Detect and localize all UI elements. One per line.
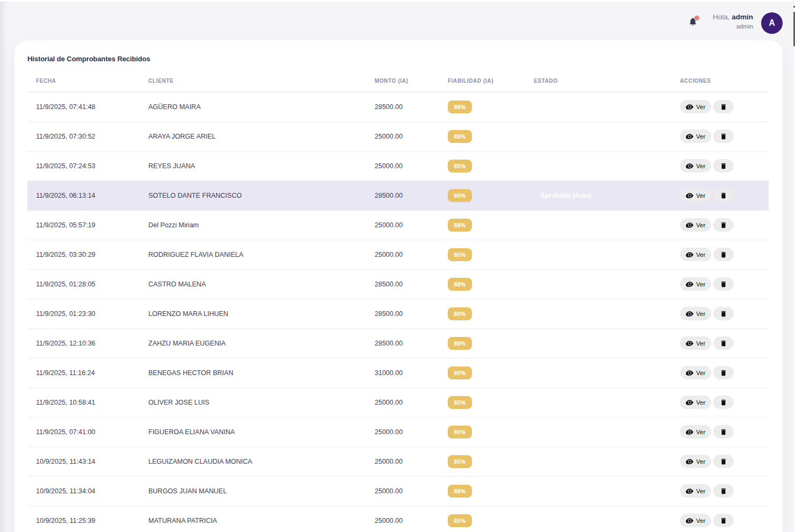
fiabilidad-badge: 85% xyxy=(448,514,472,527)
table-row[interactable]: 11/9/2025, 06:13:14 SOTELO DANTE FRANCIS… xyxy=(27,181,769,210)
ver-label: Ver xyxy=(696,488,705,494)
trash-icon xyxy=(720,192,727,199)
cell-fiabilidad: 85% xyxy=(439,240,525,269)
estado-label xyxy=(534,340,540,347)
delete-button[interactable] xyxy=(713,218,734,232)
delete-button[interactable] xyxy=(713,455,734,468)
delete-button[interactable] xyxy=(713,336,734,350)
estado-label xyxy=(534,162,540,170)
ver-label: Ver xyxy=(696,429,705,435)
cell-fecha: 10/9/2025, 11:34:04 xyxy=(27,476,140,506)
ver-button[interactable]: Ver xyxy=(680,248,711,261)
cell-cliente: REYES JUANA xyxy=(140,151,366,181)
cell-fiabilidad: 88% xyxy=(439,121,525,151)
estado-label xyxy=(534,133,540,140)
eye-icon xyxy=(686,162,693,170)
cell-fecha: 11/9/2025, 05:57:19 xyxy=(27,210,140,240)
cell-fiabilidad: 88% xyxy=(439,269,525,299)
delete-button[interactable] xyxy=(713,396,734,409)
ver-button[interactable]: Ver xyxy=(680,484,711,498)
table-row[interactable]: 11/9/2025, 07:24:53 REYES JUANA 25000.00… xyxy=(27,151,769,181)
trash-icon xyxy=(720,369,727,377)
table-row[interactable]: 11/9/2025, 11:16:24 BENEGAS HECTOR BRIAN… xyxy=(27,358,769,387)
cell-estado xyxy=(525,328,671,358)
delete-button[interactable] xyxy=(713,248,734,261)
delete-button[interactable] xyxy=(713,130,734,143)
cell-acciones: Ver xyxy=(671,506,769,532)
cell-monto: 25000.00 xyxy=(366,151,439,181)
table-row[interactable]: 11/9/2025, 10:58:41 OLIVER JOSE LUIS 250… xyxy=(27,387,769,417)
ver-button[interactable]: Ver xyxy=(680,189,711,202)
notifications-button[interactable] xyxy=(688,17,698,26)
delete-button[interactable] xyxy=(713,366,734,379)
cell-fiabilidad: 85% xyxy=(439,387,525,417)
cell-acciones: Ver xyxy=(671,151,769,181)
table-row[interactable]: 11/9/2025, 07:41:00 FIGUEROA ELIANA VANI… xyxy=(27,417,769,447)
estado-label xyxy=(534,428,540,436)
actions-group: Ver xyxy=(680,218,769,232)
fiabilidad-badge: 80% xyxy=(448,426,472,438)
delete-button[interactable] xyxy=(713,307,734,320)
estado-label: Aprobado (Auto) xyxy=(534,192,591,199)
delete-button[interactable] xyxy=(713,100,734,113)
ver-button[interactable]: Ver xyxy=(680,425,711,438)
ver-button[interactable]: Ver xyxy=(680,455,711,468)
ver-button[interactable]: Ver xyxy=(680,277,711,291)
fiabilidad-badge: 85% xyxy=(448,455,472,468)
delete-button[interactable] xyxy=(713,189,734,202)
cell-acciones: Ver xyxy=(671,417,769,447)
ver-button[interactable]: Ver xyxy=(680,218,711,232)
table-row[interactable]: 11/9/2025, 12:10:36 ZAHZU MARIA EUGENIA … xyxy=(27,328,769,358)
ver-button[interactable]: Ver xyxy=(680,307,711,320)
cell-fecha: 11/9/2025, 07:30:52 xyxy=(27,121,140,151)
eye-icon xyxy=(686,133,693,140)
left-edge-shadow xyxy=(0,2,8,532)
cell-estado xyxy=(525,240,671,269)
table-row[interactable]: 11/9/2025, 07:30:52 ARAYA JORGE ARIEL 25… xyxy=(27,121,769,151)
table-row[interactable]: 11/9/2025, 07:41:48 AGÜERO MAIRA 28500.0… xyxy=(27,92,769,121)
cell-cliente: MATURANA PATRICIA xyxy=(140,506,366,532)
ver-button[interactable]: Ver xyxy=(680,159,711,172)
cell-acciones: Ver xyxy=(671,210,769,240)
ver-button[interactable]: Ver xyxy=(680,514,711,527)
ver-button[interactable]: Ver xyxy=(680,336,711,350)
ver-label: Ver xyxy=(696,340,705,347)
actions-group: Ver xyxy=(680,455,769,468)
topbar: Hola, admin admin A xyxy=(0,2,795,45)
eye-icon xyxy=(686,517,693,524)
estado-label xyxy=(534,310,540,318)
estado-label xyxy=(534,103,540,111)
col-header-estado: ESTADO xyxy=(525,70,671,92)
ver-button[interactable]: Ver xyxy=(680,130,711,143)
eye-icon xyxy=(686,251,693,258)
fiabilidad-badge: 88% xyxy=(448,100,472,113)
ver-button[interactable]: Ver xyxy=(680,100,711,113)
delete-button[interactable] xyxy=(713,514,734,527)
cell-cliente: ARAYA JORGE ARIEL xyxy=(140,121,366,151)
fiabilidad-badge: 88% xyxy=(448,278,472,291)
trash-icon xyxy=(720,487,727,495)
table-row[interactable]: 11/9/2025, 05:57:19 Del Pozzi Miriam 250… xyxy=(27,210,769,240)
delete-button[interactable] xyxy=(713,425,734,438)
cell-acciones: Ver xyxy=(671,269,769,299)
ver-button[interactable]: Ver xyxy=(680,396,711,409)
table-row[interactable]: 11/9/2025, 03:30:29 RODRIGUEZ FLAVIA DAN… xyxy=(27,240,769,269)
cell-estado xyxy=(525,210,671,240)
table-row[interactable]: 11/9/2025, 01:28:05 CASTRO MALENA 28500.… xyxy=(27,269,769,299)
table-row[interactable]: 11/9/2025, 01:23:30 LORENZO MARA LIHUEN … xyxy=(27,299,769,328)
avatar[interactable]: A xyxy=(761,12,783,34)
actions-group: Ver xyxy=(680,248,769,261)
delete-button[interactable] xyxy=(713,159,734,172)
cell-fecha: 11/9/2025, 07:41:48 xyxy=(27,92,140,121)
trash-icon xyxy=(720,162,727,170)
delete-button[interactable] xyxy=(713,277,734,291)
actions-group: Ver xyxy=(680,396,769,409)
ver-button[interactable]: Ver xyxy=(680,366,711,379)
table-row[interactable]: 10/9/2025, 11:25:39 MATURANA PATRICIA 25… xyxy=(27,506,769,532)
trash-icon xyxy=(720,103,727,111)
delete-button[interactable] xyxy=(713,484,734,498)
cell-monto: 28500.00 xyxy=(366,328,439,358)
table-row[interactable]: 10/9/2025, 11:34:04 BURGOS JUAN MANUEL 2… xyxy=(27,476,769,506)
cell-monto: 25000.00 xyxy=(366,506,439,532)
table-row[interactable]: 10/9/2025, 11:43:14 LEGUIZAMON CLAUDIA M… xyxy=(27,447,769,476)
